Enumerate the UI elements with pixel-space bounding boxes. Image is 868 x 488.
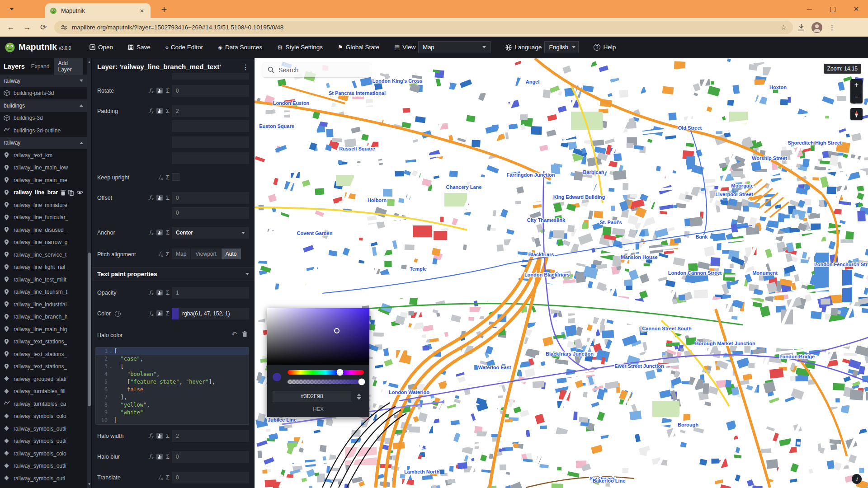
undo-icon[interactable]: ↶ <box>231 330 237 338</box>
input-padding-2[interactable] <box>172 120 249 132</box>
fx-zoom-function-icon[interactable]: ƒx <box>159 251 163 258</box>
expression-icon[interactable]: Σ <box>166 453 170 460</box>
data-function-icon[interactable] <box>156 433 163 439</box>
tab-search-button[interactable] <box>5 3 18 15</box>
saturation-area[interactable] <box>267 308 369 365</box>
scroll-down-icon[interactable]: ▼ <box>87 482 91 486</box>
data-function-icon[interactable] <box>156 454 163 460</box>
sidebar-layer-railway_line_tourism_t[interactable]: railway_line_tourism_t <box>0 286 87 299</box>
sidebar-layer-buildings-3d-outline[interactable]: buildings-3d-outline <box>0 124 87 137</box>
expression-icon[interactable]: Σ <box>166 194 170 201</box>
sidebar-layer-railway_text_stations_[interactable]: railway_text_stations_ <box>0 361 87 373</box>
segment-auto[interactable]: Auto <box>222 249 241 259</box>
input-padding-1[interactable]: 2 <box>172 105 249 117</box>
section-text-paint[interactable]: Text paint properties <box>92 267 255 281</box>
sidebar-layer-railway_line_service_t[interactable]: railway_line_service_t <box>0 249 87 261</box>
expression-icon[interactable]: Σ <box>166 108 170 114</box>
browser-avatar[interactable] <box>811 22 822 33</box>
checkbox-keep[interactable] <box>172 173 179 181</box>
window-minimize-button[interactable]: ─ <box>797 5 821 13</box>
scrollbar-thumb[interactable] <box>88 253 91 406</box>
reload-button[interactable]: ⟳ <box>35 23 52 32</box>
expression-icon[interactable]: Σ <box>166 251 170 258</box>
expression-icon[interactable]: Σ <box>166 174 170 181</box>
fx-zoom-function-icon[interactable]: ƒx <box>149 453 153 460</box>
data-function-icon[interactable] <box>156 88 163 94</box>
sidebar-layer-railway_line_test_milit[interactable]: railway_line_test_milit <box>0 273 87 286</box>
select-anchor[interactable]: Center <box>172 227 249 239</box>
sidebar-layer-railway_symbols_colo[interactable]: railway_symbols_colo <box>0 447 87 460</box>
layer-group-railway[interactable]: railway <box>0 75 87 87</box>
toolbar-save[interactable]: Save <box>128 44 151 51</box>
fold-chevron-icon[interactable]: ⌄ <box>108 347 114 355</box>
sidebar-layer-railway_line_miniature[interactable]: railway_line_miniature <box>0 199 87 211</box>
sidebar-layer-railway_line_main_me[interactable]: railway_line_main_me <box>0 174 87 187</box>
sidebar-layer-railway_line_narrow_g[interactable]: railway_line_narrow_g <box>0 236 87 249</box>
delete-value-icon[interactable] <box>242 331 247 337</box>
sidebar-layer-railway_line_branch_h[interactable]: railway_line_branch_h <box>0 311 87 324</box>
forward-button[interactable]: → <box>19 23 35 32</box>
sidebar-layer-railway_symbols_outli[interactable]: railway_symbols_outli <box>0 435 87 448</box>
sidebar-layer-railway_line_main_low[interactable]: railway_line_main_low <box>0 162 87 174</box>
hue-handle[interactable] <box>336 369 343 376</box>
fx-zoom-function-icon[interactable]: ƒx <box>149 194 153 201</box>
fold-chevron-icon[interactable]: ⌄ <box>108 363 114 371</box>
expression-icon[interactable]: Σ <box>166 229 170 236</box>
sidebar-layer-building-parts-3d[interactable]: building-parts-3d <box>0 87 87 100</box>
input-padding-3[interactable] <box>172 136 249 148</box>
toolbar-data-sources[interactable]: ◈Data Sources <box>218 44 262 51</box>
expression-icon[interactable]: Σ <box>166 474 170 481</box>
hex-spinner[interactable] <box>354 394 364 400</box>
back-button[interactable]: ← <box>3 23 19 32</box>
fx-zoom-function-icon[interactable]: ƒx <box>149 108 153 114</box>
layer-menu-icon[interactable]: ⋮ <box>242 63 249 71</box>
color-swatch[interactable] <box>172 308 179 319</box>
window-close-button[interactable]: ✕ <box>844 5 868 13</box>
toolbar-style-settings[interactable]: ⚙Style Settings <box>277 44 323 51</box>
toolbar-open[interactable]: Open <box>90 44 113 51</box>
alpha-slider[interactable] <box>288 380 364 384</box>
add-layer-button[interactable]: Add Layer <box>54 58 83 75</box>
input-halo-width[interactable]: 2 <box>172 430 249 442</box>
expression-icon[interactable]: Σ <box>166 310 170 317</box>
expression-icon[interactable]: Σ <box>166 87 170 94</box>
fx-zoom-function-icon[interactable]: ƒx <box>159 474 163 481</box>
sidebar-layer-railway_line_light_rail_[interactable]: railway_line_light_rail_ <box>0 261 87 274</box>
data-function-icon[interactable] <box>156 290 163 296</box>
fx-zoom-function-icon[interactable]: ƒx <box>149 432 153 439</box>
map-search[interactable]: Search <box>263 62 371 77</box>
alpha-handle[interactable] <box>358 379 365 385</box>
sidebar-layer-railway_line_branch_n[interactable]: railway_line_branch_n <box>0 187 87 199</box>
language-select[interactable]: English <box>544 41 579 53</box>
input-color[interactable]: rgba(61, 47, 152, 1) <box>172 308 249 319</box>
sidebar-layer-railway_symbols_colo[interactable]: railway_symbols_colo <box>0 410 87 423</box>
delete-layer-icon[interactable] <box>61 190 66 196</box>
tab-close-icon[interactable]: × <box>138 7 146 15</box>
download-icon[interactable] <box>797 23 805 31</box>
scroll-up-icon[interactable]: ▲ <box>87 60 91 64</box>
new-tab-button[interactable]: + <box>157 4 171 15</box>
panel-scrollbar[interactable]: ▲ ▼ <box>87 58 92 488</box>
segment-viewport[interactable]: Viewport <box>191 249 220 259</box>
zoom-in-button[interactable]: + <box>850 79 863 91</box>
hue-slider[interactable] <box>288 370 364 375</box>
input-translate[interactable]: 0 <box>172 472 249 483</box>
input-offset-1[interactable]: 0 <box>172 192 249 204</box>
sidebar-layer-buildings-3d[interactable]: buildings-3d <box>0 112 87 125</box>
data-function-icon[interactable] <box>156 310 163 316</box>
input-padding-4[interactable] <box>172 152 249 164</box>
sidebar-layer-railway_symbols_outli[interactable]: railway_symbols_outli <box>0 422 87 435</box>
code-editor-halo-color[interactable]: 1⌄[2 "case",3⌄ [4 "boolean",5 ["feature-… <box>95 347 249 425</box>
duplicate-layer-icon[interactable] <box>68 190 74 196</box>
map-info-button[interactable]: i <box>852 474 862 484</box>
sidebar-layer-railway_grouped_stati[interactable]: railway_grouped_stati <box>0 373 87 385</box>
input-rotate[interactable]: 0 <box>172 85 249 97</box>
fx-zoom-function-icon[interactable]: ƒx <box>159 174 163 181</box>
saturation-handle[interactable] <box>334 328 340 333</box>
data-function-icon[interactable] <box>156 108 163 114</box>
sidebar-layer-railway_line_funicular_[interactable]: railway_line_funicular_ <box>0 211 87 224</box>
data-function-icon[interactable] <box>156 195 163 201</box>
sidebar-layer-railway_turntables_ca[interactable]: railway_turntables_ca <box>0 398 87 410</box>
expression-icon[interactable]: Σ <box>166 432 170 439</box>
bookmark-star-icon[interactable]: ☆ <box>781 23 787 32</box>
